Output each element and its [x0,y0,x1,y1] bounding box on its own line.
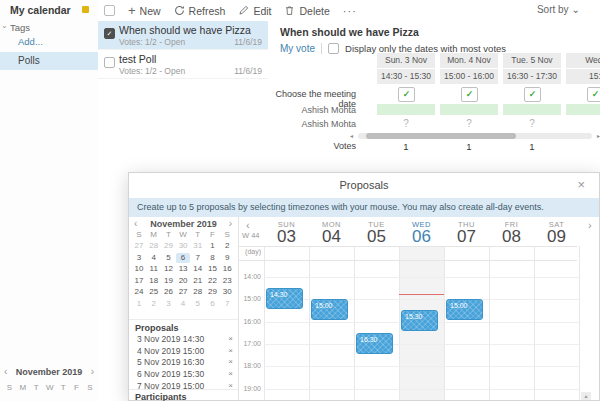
day-number-label[interactable]: 05 [354,227,399,247]
day-number-label[interactable]: 09 [534,227,579,247]
filter-most-votes-checkbox[interactable] [328,43,339,54]
calendar-event[interactable]: 15:00 [446,299,483,320]
mini-calendar-day[interactable]: 28 [191,287,205,297]
mini-calendar-day[interactable]: 10 [132,264,146,274]
mini-calendar-day[interactable]: 29 [161,241,175,251]
remove-proposal-icon[interactable]: × [228,357,233,366]
next-month-icon[interactable]: › [229,218,232,229]
mini-calendar-day[interactable]: 9 [220,253,234,263]
mini-calendar-day[interactable]: 23 [220,276,234,286]
mini-calendar-day[interactable]: 15 [206,264,220,274]
mini-calendar-day[interactable]: 7 [191,253,205,263]
mini-calendar-day-header: T [191,230,205,240]
delete-button[interactable]: Delete [284,5,329,17]
mini-calendar-day[interactable]: 24 [132,287,146,297]
add-tag-link[interactable]: Add... [18,36,43,47]
mini-calendar-day[interactable]: 1 [132,299,146,309]
remove-proposal-icon[interactable]: × [228,346,233,355]
mini-calendar-day[interactable]: 4 [147,253,161,263]
scroll-left-icon[interactable]: ◂ [350,132,353,139]
divider [129,389,238,390]
week-view: ‹›W 44SUN03MON04TUE05WED06THU07FRI08SAT0… [238,217,599,400]
calendar-event[interactable]: 16:30 [356,333,393,354]
meeting-date-checkbox[interactable]: ✓ [398,87,415,102]
mini-calendar-day[interactable]: 11 [147,264,161,274]
list-item[interactable]: ✓When should we have PizzaVotes: 1/2 - O… [98,21,268,50]
grid-column-line [354,246,355,400]
poll-checkbox[interactable]: ✓ [104,28,115,39]
mini-calendar-day[interactable]: 14 [191,264,205,274]
mini-calendar-day[interactable]: 21 [191,276,205,286]
sidebar-item-polls[interactable]: Polls [0,52,98,70]
day-number-label[interactable]: 06 [399,227,444,247]
mini-calendar-day[interactable]: 26 [161,287,175,297]
mini-calendar-day[interactable]: 27 [176,287,190,297]
vote-question-cell: ? [503,117,561,130]
scroll-up-icon[interactable]: ▴ [581,392,591,400]
mini-calendar-day[interactable]: 17 [132,276,146,286]
edit-button[interactable]: Edit [238,5,271,17]
mini-calendar-day[interactable]: 1 [206,241,220,251]
remove-proposal-icon[interactable]: × [228,334,233,343]
mini-calendar-day[interactable]: 3 [132,253,146,263]
meeting-date-checkbox[interactable]: ✓ [461,87,478,102]
my-vote-link[interactable]: My vote [280,43,315,54]
day-number-label[interactable]: 07 [444,227,489,247]
delete-button-label: Delete [299,5,329,17]
mini-calendar-day[interactable]: 7 [220,299,234,309]
vote-question-cell: ? [377,117,435,130]
mini-calendar-day[interactable]: 16 [220,264,234,274]
mini-calendar-day[interactable]: 2 [220,241,234,251]
mini-calendar-day[interactable]: 25 [147,287,161,297]
mini-calendar-day[interactable]: 22 [206,276,220,286]
mini-calendar-day[interactable]: 30 [176,241,190,251]
mini-calendar-day[interactable]: 6 [176,253,190,263]
mini-calendar-day[interactable]: 28 [147,241,161,251]
mini-calendar-day[interactable]: 6 [206,299,220,309]
poll-checkbox[interactable] [104,57,115,68]
new-button[interactable]: + New [128,5,161,17]
meeting-date-checkbox[interactable]: ✓ [524,87,541,102]
mini-calendar-day[interactable]: 4 [176,299,190,309]
mini-calendar-day[interactable]: 20 [176,276,190,286]
mini-calendar-day[interactable]: 30 [220,287,234,297]
mini-calendar-day[interactable]: 18 [147,276,161,286]
next-month-icon[interactable]: › [91,366,94,377]
horizontal-scrollbar[interactable]: ◂▸ [358,133,592,139]
scrollbar-thumb[interactable] [366,133,516,139]
day-number-label[interactable]: 08 [489,227,534,247]
mini-calendar-day[interactable]: 13 [176,264,190,274]
mini-calendar-day[interactable]: 3 [161,299,175,309]
sidebar-item-tags[interactable]: ⌄ Tags [0,21,98,35]
mini-calendar-day-header: S [132,230,146,240]
calendar-event[interactable]: 14:30 [266,288,303,309]
prev-week-icon[interactable]: ‹ [246,219,250,231]
calendar-event[interactable]: 15:30 [401,310,438,331]
next-week-icon[interactable]: › [588,219,592,231]
calendar-event[interactable]: 15:00 [311,299,348,320]
app-window: { "colors": { "accent_link": "#4584b0", … [0,0,600,401]
mini-calendar-day[interactable]: 2 [147,299,161,309]
my-calendar-label[interactable]: My calendar [10,4,71,16]
close-icon[interactable]: × [577,177,585,192]
mini-calendar-header: ‹November 2019› [0,367,98,378]
mini-calendar-day[interactable]: 27 [132,241,146,251]
sort-by-dropdown[interactable]: Sort by ⌄ [537,4,580,15]
meeting-date-checkbox[interactable]: ✓ [587,87,600,102]
mini-calendar-day[interactable]: 12 [161,264,175,274]
select-all-checkbox[interactable] [104,5,115,16]
grid-hour-line [264,366,579,367]
mini-calendar-day[interactable]: 5 [191,299,205,309]
mini-calendar-day[interactable]: 31 [191,241,205,251]
refresh-button[interactable]: Refresh [174,5,226,17]
remove-proposal-icon[interactable]: × [228,369,233,378]
mini-calendar-day[interactable]: 8 [206,253,220,263]
more-options-button[interactable]: ··· [343,5,357,17]
list-item[interactable]: test PollVotes: 1/2 - Open11/6/19 [98,50,268,79]
poll-item-date: 11/6/19 [234,66,262,76]
mini-calendar-day[interactable]: 19 [161,276,175,286]
mini-calendar-day[interactable]: 5 [161,253,175,263]
mini-calendar-day[interactable]: 29 [206,287,220,297]
day-number-label[interactable]: 03 [264,227,309,247]
day-number-label[interactable]: 04 [309,227,354,247]
